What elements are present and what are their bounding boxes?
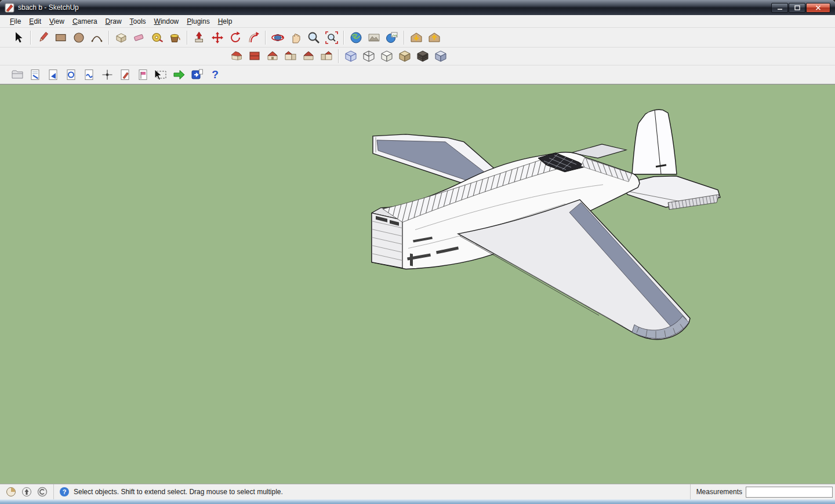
view-top-button[interactable]: [245, 48, 263, 64]
menu-view[interactable]: View: [45, 16, 68, 27]
style-wireframe-button[interactable]: [360, 48, 377, 64]
style-monochrome-button[interactable]: [431, 48, 449, 64]
menu-file[interactable]: File: [6, 16, 25, 27]
view-right-button[interactable]: [281, 48, 299, 64]
offset-tool-button[interactable]: [244, 30, 262, 46]
svg-text:?: ?: [212, 68, 219, 81]
statusbar: ? Select objects. Shift to extend select…: [0, 484, 835, 499]
viewport-canvas[interactable]: [0, 84, 835, 484]
get-current-view-button[interactable]: [347, 30, 365, 46]
get-models-button[interactable]: [407, 30, 425, 46]
tape-measure-button[interactable]: [148, 30, 166, 46]
sketchup-app-icon: [5, 3, 14, 13]
rotate-tool-button[interactable]: [226, 30, 244, 46]
menu-help[interactable]: Help: [214, 16, 237, 27]
status-orb-icon[interactable]: [6, 487, 16, 497]
get-models-icon: [409, 31, 423, 45]
measurements-label: Measurements: [696, 488, 742, 496]
plugin-button-9[interactable]: [152, 67, 170, 83]
window-controls: [771, 3, 830, 13]
menu-draw[interactable]: Draw: [101, 16, 126, 27]
plugin-button-6[interactable]: [98, 67, 116, 83]
plugin-button-3[interactable]: [44, 67, 62, 83]
menu-tools[interactable]: Tools: [126, 16, 150, 27]
toolbar-separator: [187, 31, 187, 45]
view-left-button[interactable]: [317, 48, 335, 64]
status-credit-icon[interactable]: [37, 487, 48, 497]
titlebar[interactable]: sbach b - SketchUp: [0, 0, 835, 15]
pan-tool-button[interactable]: [286, 30, 304, 46]
toolbar-plugins: ?: [0, 65, 835, 84]
menu-plugins[interactable]: Plugins: [183, 16, 213, 27]
view-iso-icon: [230, 49, 244, 63]
eraser-tool-button[interactable]: [130, 30, 148, 46]
orbit-tool-button[interactable]: [268, 30, 286, 46]
select-tool-button[interactable]: [9, 30, 27, 46]
move-tool-button[interactable]: [208, 30, 226, 46]
window-bottom-frame: [0, 499, 835, 504]
style-xray-button[interactable]: [342, 48, 360, 64]
terrain-icon: [367, 31, 381, 45]
toolbar-separator: [338, 49, 339, 63]
style-shaded-icon: [398, 49, 412, 63]
view-iso-button[interactable]: [227, 48, 245, 64]
circle-tool-button[interactable]: [70, 30, 88, 46]
style-shaded-button[interactable]: [395, 48, 413, 64]
model-sbach-airplane: [0, 85, 835, 484]
plugin-button-5[interactable]: [80, 67, 98, 83]
window-title: sbach b - SketchUp: [18, 3, 771, 12]
push-pull-icon: [193, 31, 206, 45]
menubar: File Edit View Camera Draw Tools Window …: [0, 15, 835, 28]
export-icon: [190, 68, 204, 82]
photo-textures-button[interactable]: [383, 30, 401, 46]
toggle-terrain-button[interactable]: [365, 30, 383, 46]
menu-window[interactable]: Window: [150, 16, 183, 27]
zoom-extents-button[interactable]: [322, 30, 340, 46]
style-hidden-line-icon: [380, 49, 394, 63]
view-back-button[interactable]: [299, 48, 317, 64]
plugin-button-4[interactable]: [62, 67, 80, 83]
plugin-button-10[interactable]: [170, 67, 188, 83]
arc-tool-button[interactable]: [88, 30, 106, 46]
line-tool-button[interactable]: [34, 30, 52, 46]
minimize-button[interactable]: [771, 3, 788, 13]
style-wireframe-icon: [362, 49, 376, 63]
menu-edit[interactable]: Edit: [25, 16, 45, 27]
close-icon: [815, 5, 821, 10]
rotate-icon: [228, 31, 242, 45]
zoom-tool-button[interactable]: [304, 30, 322, 46]
toolbar-separator: [30, 31, 31, 45]
maximize-button[interactable]: [789, 3, 805, 13]
share-models-button[interactable]: [425, 30, 443, 46]
plugin-button-2[interactable]: [26, 67, 44, 83]
selection-rectangle-icon: [154, 68, 168, 82]
view-right-icon: [284, 49, 297, 63]
minimize-icon: [777, 5, 783, 10]
plugin-page-icon: [28, 68, 42, 82]
hint-question-icon: ?: [59, 487, 70, 497]
plugin-button-11[interactable]: [188, 67, 206, 83]
plugin-button-8[interactable]: [134, 67, 152, 83]
circle-icon: [72, 31, 86, 45]
measurements-section: Measurements: [690, 484, 835, 499]
make-component-button[interactable]: [112, 30, 130, 46]
style-hidden-line-button[interactable]: [377, 48, 395, 64]
paint-bucket-button[interactable]: [166, 30, 184, 46]
style-monochrome-icon: [434, 49, 448, 63]
measurements-input[interactable]: [746, 487, 833, 498]
view-front-button[interactable]: [263, 48, 281, 64]
plugin-axes-icon: [100, 68, 114, 82]
rectangle-tool-button[interactable]: [52, 30, 70, 46]
view-top-icon: [248, 49, 262, 63]
plugin-button-7[interactable]: [116, 67, 134, 83]
push-pull-button[interactable]: [190, 30, 208, 46]
plugin-help-button[interactable]: ?: [206, 67, 224, 83]
maximize-icon: [794, 5, 800, 10]
plugin-button-1[interactable]: [8, 67, 26, 83]
toolbar-separator: [265, 31, 266, 45]
style-shaded-textures-button[interactable]: [413, 48, 431, 64]
menu-camera[interactable]: Camera: [68, 16, 101, 27]
status-claim-icon[interactable]: [21, 487, 32, 497]
close-button[interactable]: [806, 3, 830, 13]
plugin-wave-icon: [82, 68, 96, 82]
